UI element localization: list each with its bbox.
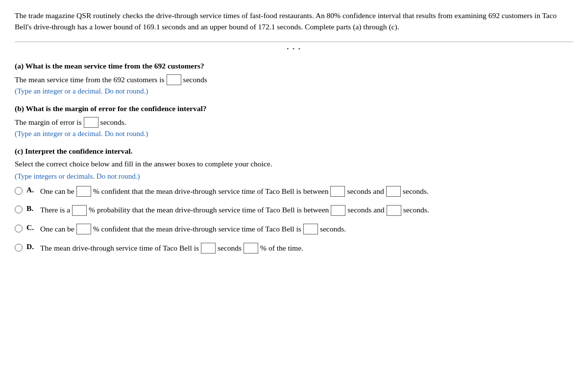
choice-c-input1[interactable] <box>76 224 91 234</box>
choice-c-letter: C. <box>26 223 36 232</box>
choice-a-row: A. One can be % confident that the mean … <box>15 185 573 198</box>
part-b-prefix: The margin of error is <box>15 118 82 127</box>
choice-a-text4: seconds. <box>403 185 429 198</box>
choice-b-text2: % probability that the mean drive-throug… <box>89 204 329 216</box>
divider <box>15 42 573 42</box>
part-a-question: What is the mean service time from the 6… <box>25 62 204 70</box>
choice-d-row: D. The mean drive-through service time o… <box>15 242 573 254</box>
choice-b-radio[interactable] <box>15 206 23 213</box>
intro-text: The trade magazine QSR routinely checks … <box>15 10 573 33</box>
part-b-answer-line: The margin of error is seconds. <box>15 117 573 128</box>
choice-c-text3: seconds. <box>320 223 346 235</box>
choice-a-text1: One can be <box>40 185 74 198</box>
part-a-prefix: The mean service time from the 692 custo… <box>15 75 165 84</box>
choice-b-text1: There is a <box>40 204 70 216</box>
choice-d-text1: The mean drive-through service time of T… <box>40 242 199 254</box>
choice-b-input3[interactable] <box>387 205 401 216</box>
part-b-question: What is the margin of error for the conf… <box>26 104 207 113</box>
choice-a-radio[interactable] <box>15 187 23 195</box>
part-c-instruction: Select the correct choice below and fill… <box>15 160 573 168</box>
choice-c-content: One can be % confident that the mean dri… <box>40 223 346 235</box>
choice-a-input3[interactable] <box>386 186 401 197</box>
choice-d-content: The mean drive-through service time of T… <box>40 242 303 254</box>
section-a: (a) What is the mean service time from t… <box>15 62 573 95</box>
choice-a-text2: % confident that the mean drive-through … <box>93 185 329 198</box>
choice-d-text3: % of the time. <box>260 242 303 254</box>
section-b: (b) What is the margin of error for the … <box>15 104 573 138</box>
choice-b-row: B. There is a % probability that the mea… <box>15 204 573 216</box>
choice-b-text3: seconds and <box>347 204 384 216</box>
choice-a-text3: seconds and <box>347 185 384 198</box>
choice-b-input2[interactable] <box>331 205 345 216</box>
choice-b-letter: B. <box>26 204 36 213</box>
choice-c-text1: One can be <box>40 223 74 235</box>
choice-a-content: One can be % confident that the mean dri… <box>40 185 429 198</box>
choice-b-content: There is a % probability that the mean d… <box>40 204 429 216</box>
choices-container: A. One can be % confident that the mean … <box>15 185 573 254</box>
part-a-answer-line: The mean service time from the 692 custo… <box>15 74 573 85</box>
choice-d-text2: seconds <box>218 242 242 254</box>
choice-b-text4: seconds. <box>403 204 429 216</box>
part-a-label: (a) What is the mean service time from t… <box>15 62 573 70</box>
part-b-label: (b) What is the margin of error for the … <box>15 104 573 113</box>
choice-d-input1[interactable] <box>201 243 216 254</box>
section-c: (c) Interpret the confidence interval. S… <box>15 147 573 254</box>
part-a-hint: (Type an integer or a decimal. Do not ro… <box>15 87 573 95</box>
choice-b-input1[interactable] <box>72 205 87 216</box>
part-b-input[interactable] <box>84 117 98 128</box>
part-c-label: (c) Interpret the confidence interval. <box>15 147 573 156</box>
choice-c-input2[interactable] <box>303 224 318 234</box>
choice-a-letter: A. <box>26 185 36 194</box>
part-c-question: Interpret the confidence interval. <box>25 147 132 155</box>
choice-a-input1[interactable] <box>76 186 91 197</box>
part-b-hint: (Type an integer or a decimal. Do not ro… <box>15 130 573 138</box>
choice-c-text2: % confident that the mean drive-through … <box>93 223 301 235</box>
choice-c-row: C. One can be % confident that the mean … <box>15 223 573 235</box>
divider-dots: • • • <box>15 45 573 53</box>
choice-d-radio[interactable] <box>15 244 23 252</box>
choice-d-letter: D. <box>26 242 36 251</box>
part-c-hint: (Type integers or decimals. Do not round… <box>15 172 573 181</box>
part-a-input[interactable] <box>167 74 181 85</box>
choice-a-input2[interactable] <box>330 186 345 197</box>
part-b-suffix: seconds. <box>100 118 126 127</box>
choice-d-input2[interactable] <box>244 243 258 254</box>
part-a-suffix: seconds <box>183 75 207 84</box>
choice-c-radio[interactable] <box>15 225 23 232</box>
